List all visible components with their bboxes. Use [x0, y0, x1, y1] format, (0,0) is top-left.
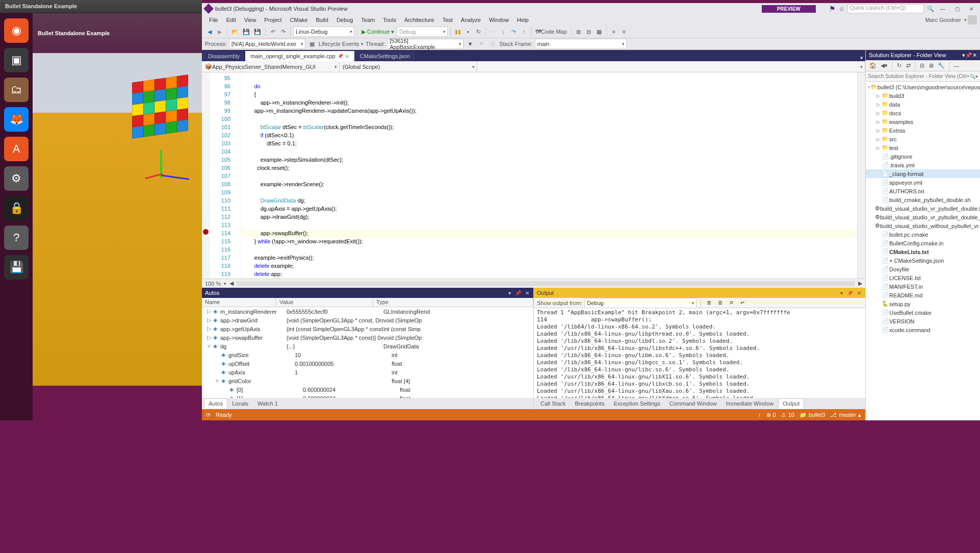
opengl-viewport[interactable] [33, 53, 202, 386]
menu-debug[interactable]: Debug [332, 15, 357, 24]
panel-pin-icon[interactable]: 📌 [846, 290, 854, 296]
panel-close-icon[interactable]: ✕ [524, 290, 530, 296]
save-button[interactable]: 💾 [241, 27, 251, 37]
output-header[interactable]: Output ▾ 📌 ✕ [534, 288, 865, 298]
autos-row[interactable]: ◈[1]0.600000024float [202, 394, 533, 398]
tb-extra-1[interactable]: ⊞ [574, 27, 583, 37]
user-avatar[interactable] [968, 15, 977, 24]
panel-close-icon[interactable]: ✕ [856, 290, 862, 296]
nav-back-button[interactable]: ◀ [205, 27, 214, 37]
se-item-license-txt[interactable]: 📄LICENSE.txt [866, 273, 980, 282]
autos-row[interactable]: ▷◈app->getUpAxis{int (const SimpleOpenGL… [202, 324, 533, 333]
status-repo[interactable]: 📁 bullet3 [800, 412, 825, 418]
se-item-build-visual-studio-without-pybullet-vr-bat[interactable]: ⚙build_visual_studio_without_pybullet_vr… [866, 221, 980, 230]
search-icon[interactable]: 🔍 [927, 6, 934, 12]
process-combo[interactable]: [N/A] App_HelloWorld.exe [229, 39, 305, 49]
thread-combo[interactable]: [53616] AppBasicExample [387, 39, 463, 49]
autos-row[interactable]: ◈upAxis1int [202, 368, 533, 376]
autos-row[interactable]: ▷◈app->drawGrid{void (SimpleOpenGL3App *… [202, 316, 533, 324]
editor-horizontal-scrollbar[interactable] [237, 281, 855, 286]
se-item-cmakesettings-json[interactable]: 📄+ CMakeSettings.json [866, 256, 980, 265]
se-item-build-visual-studio-vr-pybullet-double-bat[interactable]: ⚙build_visual_studio_vr_pybullet_double.… [866, 204, 980, 213]
nav-forward-button[interactable]: ▶ [215, 27, 224, 37]
filter-icon[interactable]: ▼ [466, 39, 475, 49]
col-value[interactable]: Value [276, 298, 373, 307]
menu-team[interactable]: Team [357, 15, 379, 24]
lifecycle-icon[interactable]: ▦ [307, 39, 317, 49]
se-item-bullet3-c-users-mgoodner-source-repos-bullet[interactable]: ▿📁bullet3 (C:\Users\mgoodner\source\repo… [866, 83, 980, 91]
lifecycle-label[interactable]: Lifecycle Events [319, 41, 359, 47]
tab-call-stack[interactable]: Call Stack [536, 398, 571, 409]
breakpoint-icon[interactable] [203, 229, 209, 235]
undo-button[interactable]: ↶ [268, 27, 277, 37]
close-icon[interactable]: ✕ [345, 54, 349, 59]
zoom-value[interactable]: 100 % [205, 281, 221, 287]
maximize-button[interactable]: ▢ [951, 4, 963, 13]
menu-help[interactable]: Help [513, 15, 533, 24]
tab-output[interactable]: Output [778, 398, 804, 409]
se-item-cmakelists-txt[interactable]: 📄CMakeLists.txt [866, 247, 980, 256]
threads-icon[interactable]: ⊞ [488, 39, 497, 49]
help-icon[interactable]: ? [4, 225, 29, 250]
autos-body[interactable]: ▷◈m_instancingRenderer0x555555c3ecf0GLIn… [202, 307, 533, 398]
se-item-data[interactable]: ▷📁data [866, 100, 980, 109]
scope-member-combo[interactable] [477, 61, 865, 72]
se-item--gitignore[interactable]: 📄.gitignore [866, 152, 980, 161]
solution-explorer-header[interactable]: Solution Explorer - Folder View ▾ 📌 ✕ [866, 50, 980, 60]
tb-extra-2[interactable]: ⊟ [584, 27, 594, 37]
menu-architecture[interactable]: Architecture [400, 15, 439, 24]
autos-row[interactable]: ◈[0]0.600000024float [202, 385, 533, 394]
se-back-button[interactable]: ◀▾ [879, 61, 889, 70]
autos-row[interactable]: ◈upOffset0.00100000005float [202, 359, 533, 368]
status-errors[interactable]: ⊗ 0 [766, 412, 776, 418]
menu-edit[interactable]: Edit [222, 15, 240, 24]
se-item-usebullet-cmake[interactable]: 📄UseBullet.cmake [866, 308, 980, 317]
menu-cmake[interactable]: CMake [286, 15, 312, 24]
se-item-bulletconfig-cmake-in[interactable]: 📄BulletConfig.cmake.in [866, 239, 980, 247]
settings-icon[interactable]: ⚙ [4, 166, 29, 191]
output-wrap-button[interactable]: ↵ [738, 298, 747, 308]
se-home-button[interactable]: 🏠 [868, 61, 878, 70]
vs-user-name[interactable]: Marc Goodner [925, 17, 961, 23]
se-sync-button[interactable]: ⇄ [904, 61, 912, 70]
tab-exception-settings[interactable]: Exception Settings [609, 398, 665, 409]
stackframe-combo[interactable]: main [535, 39, 627, 49]
lock-icon[interactable]: 🔒 [4, 196, 29, 220]
se-item-setup-py[interactable]: 🐍setup.py [866, 299, 980, 308]
scope-project-combo[interactable]: 📦 App_PhysicsServer_SharedMemory_GUI [202, 61, 340, 72]
se-item-manifest-in[interactable]: 📄MANIFEST.in [866, 282, 980, 291]
step-into-button[interactable]: ↓ [499, 27, 508, 37]
editor-vertical-scrollbar[interactable] [857, 72, 865, 279]
autos-row[interactable]: ▿◈dg{...}DrawGridData [202, 342, 533, 350]
tab-watch-1[interactable]: Watch 1 [253, 398, 282, 409]
tb-extra-4[interactable]: ≡ [609, 27, 618, 37]
se-refresh-button[interactable]: ↻ [895, 61, 903, 70]
se-item-bullet-pc-cmake[interactable]: 📄bullet.pc.cmake [866, 230, 980, 239]
output-btn-2[interactable]: ≣ [715, 298, 725, 308]
autos-header[interactable]: Autos ▾ 📌 ✕ [202, 288, 533, 298]
save-icon[interactable]: 💾 [4, 255, 29, 280]
code-content[interactable]: do { app->m_instancingRenderer->init(); … [242, 72, 857, 279]
se-collapse-button[interactable]: ⊟ [918, 61, 926, 70]
menu-analyze[interactable]: Analyze [457, 15, 485, 24]
col-type[interactable]: Type [373, 298, 533, 307]
status-branch[interactable]: ⎇ master ▴ [830, 412, 861, 418]
user-dropdown-icon[interactable]: ▾ [964, 17, 967, 22]
se-item-docs[interactable]: ▷📁docs [866, 109, 980, 117]
status-publish[interactable]: ↑ [758, 412, 761, 418]
se-item-doxyfile[interactable]: 📄Doxyfile [866, 265, 980, 273]
horizontal-scroll-right-icon[interactable]: ▶ [858, 280, 862, 287]
tab-breakpoints[interactable]: Breakpoints [571, 398, 609, 409]
panel-close-icon[interactable]: ✕ [972, 52, 977, 59]
horizontal-scroll-left-icon[interactable]: ◀ [229, 280, 234, 287]
tab-locals[interactable]: Locals [227, 398, 253, 409]
menu-build[interactable]: Build [312, 15, 332, 24]
search-dropdown-icon[interactable]: 🔍▾ [970, 74, 978, 79]
panel-dropdown-icon[interactable]: ▾ [839, 290, 844, 296]
tab-command-window[interactable]: Command Window [665, 398, 721, 409]
se-item-build3[interactable]: ▷📁build3 [866, 91, 980, 100]
se-item-appveyor-yml[interactable]: 📄appveyor.yml [866, 178, 980, 187]
tab-immediate-window[interactable]: Immediate Window [721, 398, 779, 409]
menu-tools[interactable]: Tools [379, 15, 400, 24]
code-editor[interactable]: 9596979899100101102103104105106107108109… [202, 72, 865, 279]
